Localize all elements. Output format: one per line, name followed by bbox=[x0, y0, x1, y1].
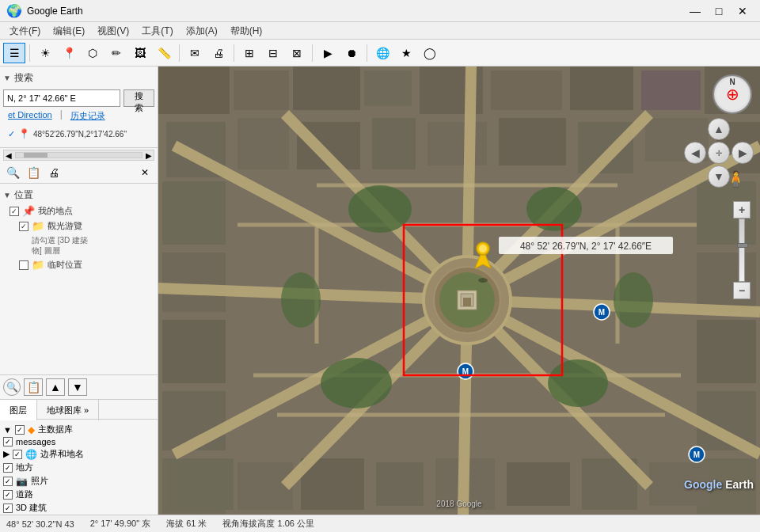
layer-boundaries-label: 边界和地名 bbox=[40, 448, 84, 460]
temp-location-item[interactable]: 📁 临时位置 bbox=[3, 257, 154, 272]
svg-rect-8 bbox=[641, 70, 701, 110]
toolbar-globe[interactable]: 🌐 bbox=[371, 43, 393, 63]
zoom-in-btn[interactable]: + bbox=[733, 201, 750, 218]
compass-ring[interactable]: N ⊕ bbox=[712, 74, 752, 114]
search-header[interactable]: ▼ 搜索 bbox=[3, 70, 154, 86]
toolbar-mars[interactable]: ◯ bbox=[419, 43, 441, 63]
toolbar-view3[interactable]: ⊠ bbox=[286, 43, 308, 63]
toolbar-show-sidebar[interactable]: ☰ bbox=[3, 43, 25, 63]
close-button[interactable]: ✕ bbox=[732, 2, 754, 20]
toolbar-sep1 bbox=[179, 44, 180, 62]
toolbar-tour[interactable]: ▶ bbox=[317, 43, 339, 63]
move-down-btn[interactable]: ▼ bbox=[68, 378, 87, 396]
menu-edit[interactable]: 编辑(E) bbox=[47, 22, 91, 40]
map-area[interactable]: M M M 48° 52' 26.79″N, 2° 17' 42.66″E bbox=[158, 66, 760, 515]
my-places-checkbox[interactable] bbox=[10, 207, 19, 216]
menu-help[interactable]: 帮助(H) bbox=[224, 22, 269, 40]
toolbar-placemark[interactable]: 📍 bbox=[58, 43, 80, 63]
svg-rect-19 bbox=[162, 181, 226, 245]
position-header[interactable]: ▼ 位置 bbox=[3, 187, 154, 203]
layer-photos-checkbox[interactable] bbox=[3, 477, 13, 486]
toolbar-polygon[interactable]: ⬡ bbox=[82, 43, 104, 63]
panel-close-btn[interactable]: ✕ bbox=[135, 164, 154, 181]
layer-messages[interactable]: messages bbox=[3, 436, 154, 447]
toolbar-view1[interactable]: ⊞ bbox=[238, 43, 260, 63]
nav-left-btn[interactable]: ◀ bbox=[684, 142, 706, 164]
tab-gallery[interactable]: 地球图库 » bbox=[37, 400, 99, 420]
toolbar-sunlight[interactable]: ☀ bbox=[34, 43, 56, 63]
add-place-btn[interactable]: 📋 bbox=[24, 378, 43, 396]
streetview-person[interactable]: 🧍 bbox=[726, 169, 746, 188]
layer-places-checkbox[interactable] bbox=[3, 463, 13, 473]
main-content: ▼ 搜索 搜索 et Direction | 历史记录 ✓ 📍 48°52'26… bbox=[0, 66, 760, 515]
svg-rect-11 bbox=[238, 118, 289, 169]
panel-add-btn[interactable]: 🔍 bbox=[3, 164, 22, 181]
layer-messages-checkbox[interactable] bbox=[3, 437, 13, 446]
menu-view[interactable]: 视图(V) bbox=[91, 22, 135, 40]
zoom-out-btn[interactable]: − bbox=[733, 282, 750, 299]
toolbar-email[interactable]: ✉ bbox=[184, 43, 206, 63]
search-tab-direction[interactable]: et Direction bbox=[3, 108, 57, 124]
scroll-left-btn[interactable]: ◀ bbox=[4, 151, 13, 160]
layer-places[interactable]: 地方 bbox=[3, 461, 154, 474]
svg-point-73 bbox=[478, 278, 488, 283]
search-button[interactable]: 搜索 bbox=[124, 89, 154, 107]
minimize-button[interactable]: — bbox=[684, 2, 706, 20]
toolbar-sep2 bbox=[234, 44, 234, 62]
toolbar-record[interactable]: ⏺ bbox=[340, 43, 363, 63]
layer-boundaries-checkbox[interactable] bbox=[13, 450, 22, 459]
scroll-right-btn[interactable]: ▶ bbox=[144, 151, 154, 160]
temp-label: 临时位置 bbox=[48, 259, 82, 271]
nav-center-btn[interactable]: ✛ bbox=[708, 142, 730, 164]
maximize-button[interactable]: □ bbox=[708, 2, 730, 20]
tourism-label: 觀光游覽 bbox=[48, 220, 82, 232]
layer-roads-label: 道路 bbox=[16, 488, 33, 500]
panel-print-btn[interactable]: 🖨 bbox=[44, 164, 63, 181]
panel-folder-btn[interactable]: 📋 bbox=[24, 164, 43, 181]
toolbar-star[interactable]: ★ bbox=[395, 43, 417, 63]
tourism-item[interactable]: 📁 觀光游覽 bbox=[3, 218, 154, 234]
temp-checkbox[interactable] bbox=[19, 260, 28, 270]
my-places-item[interactable]: 📌 我的地点 bbox=[3, 203, 154, 218]
layer-3d[interactable]: 3D 建筑 bbox=[3, 501, 154, 515]
menu-add[interactable]: 添加(A) bbox=[180, 22, 224, 40]
menu-tools[interactable]: 工具(T) bbox=[135, 22, 179, 40]
result-pin-icon: 📍 bbox=[18, 128, 30, 139]
nav-up-btn[interactable]: ▲ bbox=[708, 118, 730, 140]
svg-rect-36 bbox=[649, 462, 709, 506]
move-up-btn[interactable]: ▲ bbox=[46, 378, 65, 396]
layer-boundaries[interactable]: ▶ 🌐 边界和地名 bbox=[3, 447, 154, 461]
toolbar-sep0 bbox=[29, 44, 30, 62]
bottom-tabs: 图层 地球图库 » bbox=[0, 399, 158, 420]
toolbar-overlay[interactable]: 🖼 bbox=[129, 43, 151, 63]
search-tab-history[interactable]: 历史记录 bbox=[66, 108, 110, 124]
toolbar-ruler[interactable]: 📏 bbox=[153, 43, 175, 63]
zoom-thumb[interactable] bbox=[737, 243, 748, 248]
tourism-checkbox[interactable] bbox=[19, 222, 28, 231]
svg-point-66 bbox=[614, 272, 653, 328]
svg-point-64 bbox=[548, 359, 608, 407]
layer-3d-checkbox[interactable] bbox=[3, 504, 13, 513]
toolbar-print[interactable]: 🖨 bbox=[207, 43, 230, 63]
layer-roads-checkbox[interactable] bbox=[3, 490, 13, 500]
search-input[interactable] bbox=[3, 89, 120, 107]
status-lon: 2° 17' 49.90" 东 bbox=[90, 518, 150, 530]
search-result-item[interactable]: ✓ 📍 48°52'26.79"N,2°17'42.66'' bbox=[6, 127, 151, 141]
menu-file[interactable]: 文件(F) bbox=[3, 22, 47, 40]
search-places-btn[interactable]: 🔍 bbox=[3, 378, 21, 396]
nav-right-btn[interactable]: ▶ bbox=[732, 142, 754, 164]
layer-main-db[interactable]: ▼ ◆ 主数据库 bbox=[3, 423, 154, 436]
layer-main-checkbox[interactable] bbox=[15, 425, 25, 435]
svg-rect-2 bbox=[234, 70, 289, 110]
layer-photos[interactable]: 📷 照片 bbox=[3, 474, 154, 488]
position-section: ▼ 位置 📌 我的地点 📁 觀光游覽 請勾選 [3D 建築物] 圖層 📁 bbox=[0, 184, 158, 374]
horizontal-scrollbar[interactable]: ◀ ▶ bbox=[3, 150, 154, 161]
layer-expand: ▼ bbox=[3, 425, 12, 435]
toolbar-view2[interactable]: ⊟ bbox=[262, 43, 284, 63]
toolbar-path[interactable]: ✏ bbox=[105, 43, 127, 63]
zoom-slider[interactable] bbox=[739, 218, 745, 282]
tab-layers[interactable]: 图层 bbox=[0, 400, 37, 420]
result-check: ✓ bbox=[8, 129, 15, 139]
layer-roads[interactable]: 道路 bbox=[3, 488, 154, 501]
svg-rect-3 bbox=[293, 66, 360, 110]
